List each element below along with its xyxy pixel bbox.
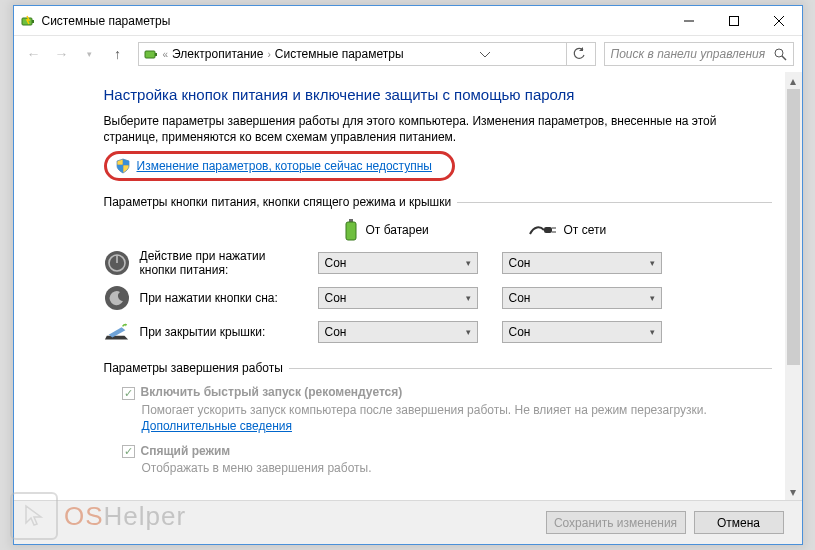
back-button[interactable]: ← xyxy=(22,42,46,66)
scrollbar[interactable]: ▴ ▾ xyxy=(785,72,802,500)
titlebar: Системные параметры xyxy=(14,6,802,36)
address-bar[interactable]: « Электропитание › Системные параметры xyxy=(138,42,596,66)
combo-value: Сон xyxy=(509,325,531,339)
group-title: Параметры кнопки питания, кнопки спящего… xyxy=(104,195,452,209)
highlight-circle: Изменение параметров, которые сейчас нед… xyxy=(104,151,456,181)
combo-value: Сон xyxy=(509,256,531,270)
more-info-link[interactable]: Дополнительные сведения xyxy=(142,419,292,433)
combo-value: Сон xyxy=(325,291,347,305)
footer: Сохранить изменения Отмена xyxy=(14,500,802,544)
power-battery-combo[interactable]: Сон ▾ xyxy=(318,252,478,274)
cancel-button[interactable]: Отмена xyxy=(694,511,784,534)
chevron-down-icon: ▾ xyxy=(466,293,471,303)
shield-icon xyxy=(115,158,131,174)
window: Системные параметры ← → ▾ ↑ « xyxy=(13,5,803,545)
chevron-down-icon: ▾ xyxy=(650,293,655,303)
svg-line-9 xyxy=(782,56,786,60)
power-icon xyxy=(143,46,159,62)
sleep-mode-checkbox: ✓ xyxy=(122,445,135,458)
chevron-icon: › xyxy=(267,49,270,60)
sleep-battery-combo[interactable]: Сон ▾ xyxy=(318,287,478,309)
battery-icon xyxy=(344,219,358,241)
col-ac-label: От сети xyxy=(564,223,607,237)
power-ac-combo[interactable]: Сон ▾ xyxy=(502,252,662,274)
svg-rect-1 xyxy=(32,20,34,23)
refresh-dropdown[interactable] xyxy=(473,43,497,65)
search-icon xyxy=(774,48,787,61)
breadcrumb-item[interactable]: Электропитание xyxy=(172,47,263,61)
page-title: Настройка кнопок питания и включение защ… xyxy=(104,86,772,103)
combo-value: Сон xyxy=(325,256,347,270)
content-area: Настройка кнопок питания и включение защ… xyxy=(14,72,802,500)
minimize-button[interactable] xyxy=(667,6,712,35)
up-button[interactable]: ↑ xyxy=(106,42,130,66)
sleep-ac-combo[interactable]: Сон ▾ xyxy=(502,287,662,309)
lid-battery-combo[interactable]: Сон ▾ xyxy=(318,321,478,343)
fast-startup-label: Включить быстрый запуск (рекомендуется) xyxy=(141,385,403,399)
forward-button[interactable]: → xyxy=(50,42,74,66)
sleep-button-icon xyxy=(104,285,130,311)
recent-dropdown[interactable]: ▾ xyxy=(78,42,102,66)
svg-rect-3 xyxy=(730,16,739,25)
lid-icon xyxy=(104,319,130,345)
row-power-label: Действие при нажатии кнопки питания: xyxy=(140,249,294,277)
lid-ac-combo[interactable]: Сон ▾ xyxy=(502,321,662,343)
save-button: Сохранить изменения xyxy=(546,511,686,534)
power-options-icon xyxy=(20,13,36,29)
fast-startup-desc: Помогает ускорить запуск компьютера посл… xyxy=(142,403,707,417)
svg-point-8 xyxy=(775,49,783,57)
intro-text: Выберите параметры завершения работы для… xyxy=(104,113,772,145)
chevron-down-icon: ▾ xyxy=(466,258,471,268)
change-unavailable-link[interactable]: Изменение параметров, которые сейчас нед… xyxy=(137,159,433,173)
refresh-button[interactable] xyxy=(566,43,590,65)
sleep-mode-label: Спящий режим xyxy=(141,444,231,458)
plug-icon xyxy=(528,222,556,238)
close-button[interactable] xyxy=(757,6,802,35)
search-input[interactable]: Поиск в панели управления xyxy=(604,42,794,66)
chevron-down-icon: ▾ xyxy=(650,327,655,337)
svg-rect-6 xyxy=(145,51,155,58)
col-battery-label: От батареи xyxy=(366,223,429,237)
svg-rect-11 xyxy=(346,222,356,240)
svg-rect-12 xyxy=(544,227,552,233)
combo-value: Сон xyxy=(325,325,347,339)
sleep-mode-desc: Отображать в меню завершения работы. xyxy=(142,460,772,476)
chevron-down-icon: ▾ xyxy=(466,327,471,337)
breadcrumb-item[interactable]: Системные параметры xyxy=(275,47,404,61)
maximize-button[interactable] xyxy=(712,6,757,35)
scroll-down-icon[interactable]: ▾ xyxy=(785,483,802,500)
power-button-icon xyxy=(104,250,130,276)
row-lid-label: При закрытии крышки: xyxy=(140,325,266,339)
combo-value: Сон xyxy=(509,291,531,305)
svg-rect-7 xyxy=(155,53,157,56)
navbar: ← → ▾ ↑ « Электропитание › Системные пар… xyxy=(14,36,802,72)
chevron-icon: « xyxy=(163,49,169,60)
chevron-down-icon: ▾ xyxy=(650,258,655,268)
fast-startup-checkbox: ✓ xyxy=(122,387,135,400)
scroll-up-icon[interactable]: ▴ xyxy=(785,72,802,89)
group-title: Параметры завершения работы xyxy=(104,361,283,375)
scroll-thumb[interactable] xyxy=(787,89,800,365)
search-placeholder: Поиск в панели управления xyxy=(611,47,766,61)
window-title: Системные параметры xyxy=(42,14,667,28)
row-sleep-label: При нажатии кнопки сна: xyxy=(140,291,278,305)
